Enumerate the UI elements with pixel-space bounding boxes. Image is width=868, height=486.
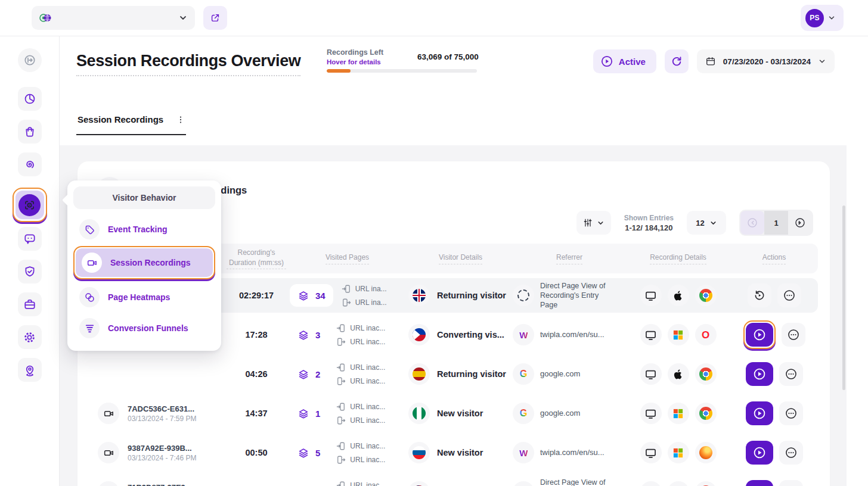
play-recording-button[interactable] <box>746 323 773 347</box>
country-flag-icon <box>413 446 426 459</box>
row-menu-button[interactable] <box>782 323 805 347</box>
table-row[interactable]: 9387A92E-939B... 03/13/2024 - 7:46 PM 00… <box>89 435 818 470</box>
funnel-icon <box>79 318 100 338</box>
sidebar-item[interactable] <box>18 87 42 111</box>
refresh-button[interactable] <box>665 49 689 73</box>
kebab-menu-icon[interactable] <box>176 115 185 124</box>
replay-button[interactable] <box>748 284 771 307</box>
replay-icon <box>754 289 765 301</box>
os-chip <box>668 481 689 486</box>
chevron-down-icon <box>827 14 836 22</box>
recording-details-cell <box>626 363 730 385</box>
status-filter-button[interactable]: Active <box>593 49 656 73</box>
play-recording-button[interactable] <box>746 480 773 486</box>
os-chip <box>668 442 689 463</box>
sidebar-item[interactable] <box>18 48 42 72</box>
sidebar-active-highlight[interactable] <box>13 188 47 222</box>
privacy-shield-icon <box>23 265 36 278</box>
table-row[interactable]: 04:26 2 URL inac... URL inac... <box>89 357 818 391</box>
actions-cell <box>730 480 818 486</box>
user-menu[interactable]: PS <box>801 5 844 31</box>
date-range-picker[interactable]: 07/23/2020 - 03/13/2024 <box>697 49 835 73</box>
exit-url-icon <box>342 298 351 307</box>
page-size-select[interactable]: 12 <box>687 211 726 235</box>
exit-url[interactable]: URL inac... <box>336 337 385 347</box>
entry-url[interactable]: URL inac... <box>336 402 385 412</box>
entry-url[interactable]: URL inac... <box>336 363 385 372</box>
exit-url[interactable]: URL ina... <box>342 298 387 307</box>
exit-url[interactable]: URL inac... <box>336 376 385 386</box>
exit-url[interactable]: URL inac... <box>336 455 385 465</box>
entry-url[interactable]: URL ina... <box>342 284 387 294</box>
visited-pages-cell: 3 URL inac... URL inac... <box>286 323 408 347</box>
entry-url[interactable]: URL inac... <box>336 323 385 333</box>
row-menu-button[interactable] <box>777 284 801 307</box>
referrer-chip: W <box>513 324 534 345</box>
current-page[interactable]: 1 <box>764 211 788 235</box>
chrome-icon <box>699 367 712 381</box>
play-recording-button[interactable] <box>746 362 773 386</box>
pagination: 1 <box>739 210 813 236</box>
sidebar-item[interactable] <box>18 152 42 176</box>
menu-item-page-heatmaps[interactable]: Page Heatmaps <box>73 283 215 311</box>
avatar: PS <box>805 9 824 27</box>
entry-url[interactable]: URL inac... <box>336 441 385 451</box>
pages-count-pill[interactable]: 2 <box>290 363 328 385</box>
location-pin-icon <box>23 363 36 376</box>
tab-session-recordings[interactable]: Session Recordings <box>76 110 186 135</box>
referrer-text: google.com <box>540 409 580 419</box>
sidebar-item[interactable] <box>18 292 42 316</box>
sidebar-item-session-recordings[interactable] <box>16 191 44 219</box>
table-row[interactable]: 71B9D877-97E9-... 03/13/2024 - 7:20 PM 0… <box>89 475 818 486</box>
pages-count-pill[interactable]: 3 <box>290 323 328 346</box>
browser-chip <box>695 481 717 486</box>
column-header[interactable]: Recording's Duration (mm:ss) <box>227 248 286 269</box>
device-chip <box>640 285 662 306</box>
monitor-icon <box>644 368 657 381</box>
site-selector[interactable] <box>32 6 195 30</box>
duration-cell: 14:37 <box>227 409 286 418</box>
column-header[interactable]: Referrer <box>513 253 626 264</box>
pages-count-pill[interactable]: 1 <box>290 402 328 425</box>
row-menu-button[interactable] <box>779 362 803 386</box>
recording-timestamp: 03/13/2024 - 7:59 PM <box>128 415 196 423</box>
row-menu-button[interactable] <box>779 401 803 425</box>
visited-pages-cell: 5 URL inac... URL inac... <box>286 441 408 465</box>
table-row[interactable]: 7ADC536C-E631... 03/13/2024 - 7:59 PM 14… <box>89 396 818 431</box>
exit-url-text: URL inac... <box>350 377 385 385</box>
open-external-button[interactable] <box>203 6 227 30</box>
entry-url[interactable]: URL inac... <box>336 481 385 486</box>
sidebar-item[interactable] <box>18 325 42 349</box>
column-header[interactable]: Actions <box>730 253 818 264</box>
menu-item-conversion-funnels[interactable]: Conversion Funnels <box>73 314 215 342</box>
column-header[interactable]: Visited Pages <box>286 253 408 264</box>
scrollbar[interactable] <box>842 205 845 390</box>
visitor-type: Returning visitor <box>437 369 506 379</box>
sidebar-item[interactable] <box>18 120 42 144</box>
sidebar-item[interactable] <box>18 358 42 382</box>
exit-url[interactable]: URL inac... <box>336 416 385 425</box>
pages-count-pill[interactable]: 5 <box>290 441 328 464</box>
row-menu-button[interactable] <box>779 480 803 486</box>
row-menu-button[interactable] <box>779 441 803 465</box>
prev-page-button[interactable] <box>740 211 764 235</box>
browser-chip <box>695 403 717 424</box>
sidebar-item[interactable] <box>18 227 42 251</box>
pages-count-pill[interactable]: 1 <box>290 481 328 486</box>
pages-count: 2 <box>315 369 320 379</box>
session-recordings-icon <box>18 194 41 216</box>
play-recording-button[interactable] <box>746 401 773 425</box>
dots-circle-icon <box>783 289 796 302</box>
menu-item-event-tracking[interactable]: Event Tracking <box>73 215 215 244</box>
chrome-icon <box>699 407 712 420</box>
referrer-text: twipla.com/en/su... <box>540 330 604 340</box>
play-recording-button[interactable] <box>746 441 773 465</box>
menu-item-session-recordings[interactable]: Session Recordings <box>76 248 213 277</box>
column-header[interactable]: Visitor Details <box>408 253 513 264</box>
next-page-button[interactable] <box>788 211 812 235</box>
pages-count-pill[interactable]: 34 <box>290 284 333 307</box>
columns-filter-button[interactable] <box>576 211 611 235</box>
sidebar-item[interactable] <box>18 260 42 284</box>
os-chip <box>668 403 689 424</box>
column-header[interactable]: Recording Details <box>626 253 730 264</box>
